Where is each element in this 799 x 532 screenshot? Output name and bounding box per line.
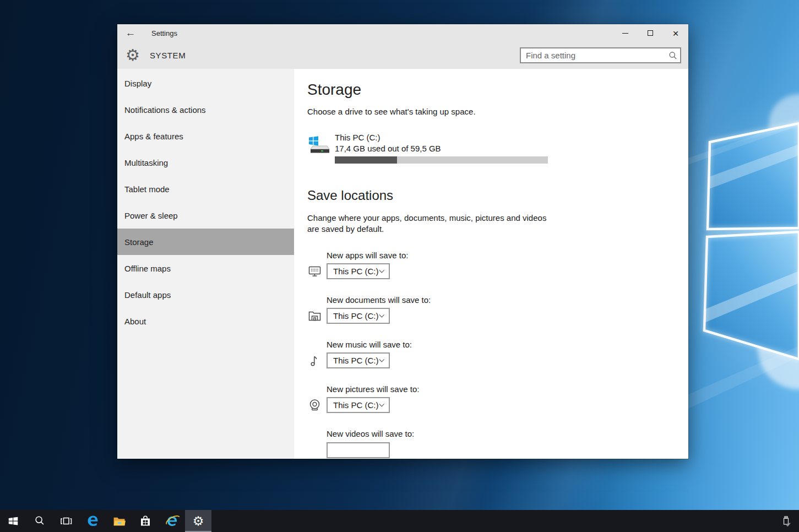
- chevron-down-icon: [379, 403, 385, 408]
- windows-start-icon: [7, 515, 19, 527]
- edge-icon: [85, 514, 100, 528]
- save-row-apps: New apps will save to: This PC (C:): [307, 251, 688, 279]
- drive-name: This PC (C:): [335, 132, 548, 143]
- sidebar-item-default-apps[interactable]: Default apps: [117, 281, 294, 308]
- videos-save-location-dropdown[interactable]: [327, 442, 390, 458]
- sidebar-item-notifications-actions[interactable]: Notifications & actions: [117, 96, 294, 123]
- videos-icon: [307, 443, 322, 458]
- drive-item[interactable]: This PC (C:) 17,4 GB used out of 59,5 GB: [307, 132, 688, 164]
- gear-icon: ⚙: [193, 515, 204, 528]
- close-button[interactable]: ×: [663, 24, 688, 42]
- save-row-label: New videos will save to:: [327, 429, 688, 438]
- back-button[interactable]: ←: [117, 24, 144, 42]
- sidebar-item-storage[interactable]: Storage: [117, 229, 294, 255]
- chevron-down-icon: [379, 269, 385, 274]
- sidebar-item-tablet-mode[interactable]: Tablet mode: [117, 176, 294, 202]
- pictures-save-location-dropdown[interactable]: This PC (C:): [327, 397, 390, 413]
- internet-explorer-icon: [165, 514, 180, 529]
- settings-taskbar-button[interactable]: ⚙: [185, 510, 211, 532]
- save-row-label: New music will save to:: [327, 340, 688, 349]
- save-locations-subtitle: Change where your apps, documents, music…: [307, 213, 550, 235]
- sidebar-item-apps-features[interactable]: Apps & features: [117, 123, 294, 149]
- documents-save-location-dropdown[interactable]: This PC (C:): [327, 308, 390, 324]
- sidebar-item-offline-maps[interactable]: Offline maps: [117, 255, 294, 281]
- sidebar-item-display[interactable]: Display: [117, 70, 294, 96]
- maximize-button[interactable]: [638, 24, 663, 42]
- drive-usage-bar: [335, 156, 548, 164]
- system-tray: [778, 510, 799, 532]
- search-icon: [34, 515, 46, 527]
- taskbar: ⚙: [0, 510, 799, 532]
- taskbar-search-button[interactable]: [26, 510, 53, 532]
- drive-usage-text: 17,4 GB used out of 59,5 GB: [335, 143, 548, 154]
- store-icon: [139, 514, 152, 528]
- file-explorer-icon: [112, 514, 126, 528]
- apps-monitor-icon: [307, 264, 322, 279]
- usb-icon: [781, 515, 791, 526]
- usb-safely-remove-hardware-button[interactable]: [778, 510, 795, 532]
- storage-heading: Storage: [307, 80, 688, 99]
- storage-subtitle: Choose a drive to see what's taking up s…: [307, 106, 688, 117]
- search-box[interactable]: [520, 47, 681, 63]
- window-title: Settings: [151, 29, 177, 37]
- windows-hero-logo-panes: [683, 0, 799, 532]
- minimize-button[interactable]: [612, 24, 638, 42]
- close-icon: ×: [672, 28, 678, 39]
- chevron-down-icon: [379, 359, 385, 363]
- main-content: Storage Choose a drive to see what's tak…: [294, 69, 688, 459]
- minimize-icon: [622, 33, 628, 34]
- save-row-documents: New documents will save to: This PC (C:): [307, 295, 688, 324]
- music-note-icon: [307, 354, 322, 368]
- sidebar-item-multitasking[interactable]: Multitasking: [117, 149, 294, 176]
- search-icon[interactable]: [666, 51, 680, 60]
- save-row-pictures: New pictures will save to: This PC (C:): [307, 384, 688, 413]
- documents-folder-icon: [307, 309, 322, 323]
- internet-explorer-button[interactable]: [159, 510, 185, 532]
- apps-save-location-dropdown[interactable]: This PC (C:): [327, 263, 390, 279]
- save-row-music: New music will save to: This PC (C:): [307, 340, 688, 368]
- maximize-icon: [648, 30, 653, 36]
- chevron-down-icon: [379, 314, 385, 318]
- music-save-location-dropdown[interactable]: This PC (C:): [327, 352, 390, 368]
- titlebar[interactable]: ← Settings ×: [117, 24, 688, 42]
- save-locations-heading: Save locations: [307, 187, 688, 204]
- sidebar: Display Notifications & actions Apps & f…: [117, 69, 294, 459]
- sidebar-item-power-sleep[interactable]: Power & sleep: [117, 202, 294, 229]
- drive-usage-bar-fill: [335, 156, 397, 164]
- save-row-label: New apps will save to:: [327, 251, 688, 260]
- edge-button[interactable]: [79, 510, 106, 532]
- save-row-label: New pictures will save to:: [327, 384, 688, 394]
- this-pc-drive-icon: [307, 133, 330, 156]
- start-button[interactable]: [0, 510, 26, 532]
- settings-window: ← Settings × ⚙ SYSTEM Display Notificati…: [117, 24, 688, 459]
- task-view-button[interactable]: [53, 510, 79, 532]
- search-input[interactable]: [521, 51, 666, 60]
- save-row-videos: New videos will save to:: [307, 429, 688, 458]
- store-button[interactable]: [132, 510, 159, 532]
- caption-buttons: ×: [612, 24, 688, 42]
- page-title: SYSTEM: [150, 51, 186, 60]
- pictures-camera-icon: [307, 398, 322, 412]
- settings-gear-icon: ⚙: [124, 47, 141, 64]
- save-row-label: New documents will save to:: [327, 295, 688, 305]
- sidebar-item-about[interactable]: About: [117, 308, 294, 334]
- file-explorer-button[interactable]: [106, 510, 132, 532]
- app-header: ⚙ SYSTEM: [117, 42, 688, 69]
- task-view-icon: [59, 514, 73, 528]
